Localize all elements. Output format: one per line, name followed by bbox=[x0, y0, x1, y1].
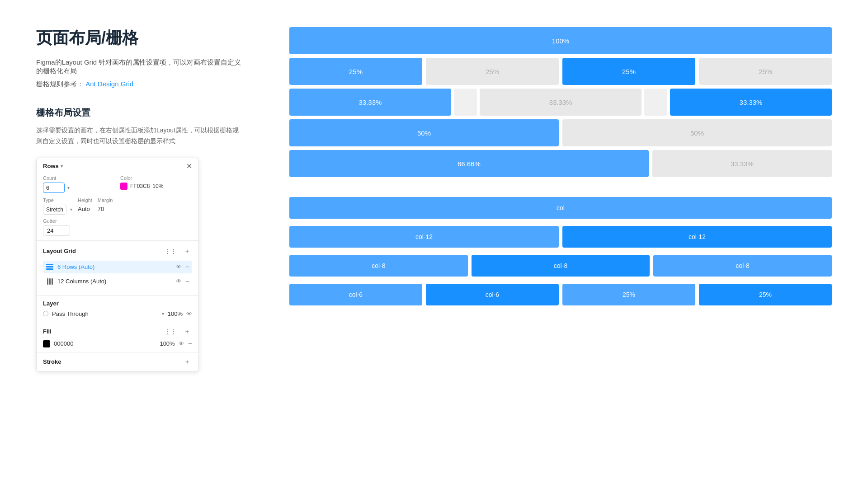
layout-grid-title: Layout Grid bbox=[43, 248, 76, 254]
fill-panel: Fill ⋮⋮ ＋ 000000 100% 👁 − bbox=[37, 322, 198, 352]
block-50-1: 50% bbox=[289, 119, 559, 146]
stroke-panel: Stroke ＋ bbox=[37, 352, 198, 371]
margin-value: 70 bbox=[98, 206, 104, 212]
gutter-label: Gutter bbox=[43, 218, 192, 224]
block-50-2: 50% bbox=[562, 119, 832, 146]
count-chevron-icon: ▾ bbox=[67, 185, 70, 190]
section-title: 栅格布局设置 bbox=[36, 107, 244, 119]
col-block-full: col bbox=[289, 197, 832, 219]
rows-grid-icon bbox=[46, 263, 54, 271]
col-8-3: col-8 bbox=[653, 255, 832, 277]
color-swatch[interactable] bbox=[120, 183, 127, 190]
cols-remove-icon[interactable]: − bbox=[185, 278, 189, 285]
figma-panel: Rows ▾ ✕ Count ▾ Color bbox=[36, 158, 199, 372]
fill-hex: 000000 bbox=[54, 340, 156, 347]
link-prefix: 栅格规则参考： bbox=[36, 80, 84, 88]
ant-design-link[interactable]: Ant Design Grid bbox=[85, 80, 133, 88]
block-25-4: 25% bbox=[699, 58, 832, 85]
grid-visualization: 100% 25% 25% 25% 25% 33.33% 33.33% 33.33… bbox=[289, 27, 832, 305]
margin-label: Margin bbox=[98, 197, 113, 203]
section-desc: 选择需要设置的画布，在右侧属性面板添加Layout属性，可以根据栅格规则自定义设… bbox=[36, 125, 244, 147]
col-25-2: 25% bbox=[699, 284, 832, 305]
block-33-single: 33.33% bbox=[652, 150, 832, 177]
rows-title: Rows ▾ bbox=[43, 163, 63, 169]
page-description: Figma的Layout Grid 针对画布的属性设置项，可以对画布设置自定义的… bbox=[36, 58, 244, 75]
fill-title: Fill bbox=[43, 328, 52, 335]
col-12-2: col-12 bbox=[562, 226, 832, 248]
layout-grid-add-button[interactable]: ＋ bbox=[182, 246, 192, 256]
cols-grid-icon bbox=[46, 277, 54, 286]
block-25-1: 25% bbox=[289, 58, 422, 85]
layer-panel: Layer Pass Through ▾ 100% 👁 bbox=[37, 296, 198, 322]
block-gap-1 bbox=[454, 89, 477, 116]
block-25-2: 25% bbox=[426, 58, 559, 85]
grid-gap-spacer bbox=[289, 181, 832, 193]
rows-remove-icon[interactable]: − bbox=[185, 263, 189, 271]
fill-visibility-icon[interactable]: 👁 bbox=[179, 340, 184, 347]
type-select[interactable]: Stretch bbox=[43, 205, 66, 215]
rows-label: Rows bbox=[43, 163, 59, 169]
color-label: Color bbox=[120, 175, 192, 181]
layer-opacity: 100% bbox=[168, 310, 183, 317]
color-opacity: 10% bbox=[152, 183, 163, 189]
color-hex: FF03C8 bbox=[130, 183, 150, 189]
fill-opacity: 100% bbox=[160, 340, 175, 347]
height-value: Auto bbox=[78, 206, 90, 212]
layout-grid-panel: Layout Grid ⋮⋮ ＋ 6 Rows (Auto) 👁 bbox=[37, 241, 198, 296]
col-25-1: 25% bbox=[562, 284, 695, 305]
fill-add-button[interactable]: ＋ bbox=[182, 327, 192, 337]
block-33-1: 33.33% bbox=[289, 89, 451, 116]
grid-row-5: 66.66% 33.33% bbox=[289, 150, 832, 177]
blend-mode-value[interactable]: Pass Through bbox=[52, 310, 158, 317]
count-input[interactable] bbox=[43, 183, 65, 193]
grid-row-1: 100% bbox=[289, 27, 832, 54]
link-row: 栅格规则参考： Ant Design Grid bbox=[36, 80, 244, 89]
blend-mode-radio[interactable] bbox=[43, 311, 48, 316]
type-chevron-icon: ▾ bbox=[70, 207, 72, 212]
block-25-3: 25% bbox=[562, 58, 695, 85]
stroke-add-button[interactable]: ＋ bbox=[182, 357, 192, 367]
cols-visibility-icon[interactable]: 👁 bbox=[176, 278, 182, 285]
col-row-2: col-12 col-12 bbox=[289, 226, 832, 248]
rows-close-button[interactable]: ✕ bbox=[186, 163, 192, 170]
col-8-1: col-8 bbox=[289, 255, 468, 277]
gutter-input[interactable] bbox=[43, 225, 70, 236]
col-row-4: col-6 col-6 25% 25% bbox=[289, 284, 832, 305]
grid-cols-item[interactable]: 12 Columns (Auto) 👁 − bbox=[43, 275, 192, 288]
col-12-1: col-12 bbox=[289, 226, 559, 248]
rows-item-label: 6 Rows (Auto) bbox=[57, 263, 172, 270]
block-66: 66.66% bbox=[289, 150, 649, 177]
layer-visibility-icon[interactable]: 👁 bbox=[186, 310, 192, 317]
layout-grid-reorder-button[interactable]: ⋮⋮ bbox=[162, 246, 179, 256]
right-panel: 100% 25% 25% 25% 25% 33.33% 33.33% 33.33… bbox=[262, 27, 832, 461]
grid-rows-item[interactable]: 6 Rows (Auto) 👁 − bbox=[43, 261, 192, 273]
stroke-title: Stroke bbox=[43, 358, 61, 365]
block-33-3: 33.33% bbox=[670, 89, 832, 116]
type-label: Type bbox=[43, 197, 72, 203]
fill-reorder-button[interactable]: ⋮⋮ bbox=[162, 327, 179, 337]
col-6-2: col-6 bbox=[426, 284, 559, 305]
cols-item-label: 12 Columns (Auto) bbox=[57, 278, 172, 285]
blend-mode-chevron-icon: ▾ bbox=[162, 311, 164, 316]
col-8-2: col-8 bbox=[472, 255, 650, 277]
height-label: Height bbox=[78, 197, 92, 203]
grid-row-2: 25% 25% 25% 25% bbox=[289, 58, 832, 85]
page-title: 页面布局/栅格 bbox=[36, 27, 244, 49]
block-gap-2 bbox=[644, 89, 667, 116]
rows-panel: Rows ▾ ✕ Count ▾ Color bbox=[37, 158, 198, 241]
rows-visibility-icon[interactable]: 👁 bbox=[176, 263, 182, 270]
layer-title: Layer bbox=[43, 300, 192, 307]
grid-row-4: 50% 50% bbox=[289, 119, 832, 146]
block-33-2: 33.33% bbox=[480, 89, 642, 116]
block-100: 100% bbox=[289, 27, 832, 54]
fill-remove-icon[interactable]: − bbox=[188, 340, 192, 347]
grid-row-3: 33.33% 33.33% 33.33% bbox=[289, 89, 832, 116]
fill-color-swatch[interactable] bbox=[43, 340, 50, 347]
chevron-down-icon: ▾ bbox=[61, 164, 63, 169]
col-row-1: col bbox=[289, 197, 832, 219]
col-6-1: col-6 bbox=[289, 284, 422, 305]
col-row-3: col-8 col-8 col-8 bbox=[289, 255, 832, 277]
count-label: Count bbox=[43, 175, 115, 181]
